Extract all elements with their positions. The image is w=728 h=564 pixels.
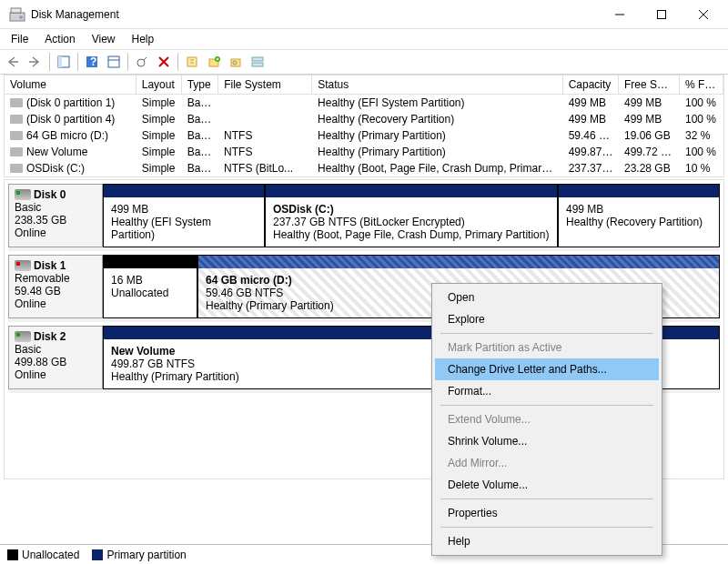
col-volume[interactable]: Volume [5, 76, 136, 94]
partition[interactable]: 16 MBUnallocated [103, 255, 197, 318]
menu-separator [440, 527, 653, 528]
table-row[interactable]: New VolumeSimpleBasicNTFSHealthy (Primar… [5, 144, 723, 160]
settings-button[interactable] [182, 52, 202, 72]
disk-row: Disk 0Basic238.35 GBOnline499 MBHealthy … [8, 184, 720, 251]
volumes-button[interactable] [226, 52, 246, 72]
toolbar-separator [177, 53, 178, 71]
menu-help[interactable]: Help [125, 31, 162, 47]
disk-icon [15, 331, 31, 342]
menu-item[interactable]: Change Drive Letter and Paths... [435, 358, 659, 380]
table-row[interactable]: (Disk 0 partition 1)SimpleBasicHealthy (… [5, 95, 723, 111]
back-button[interactable] [4, 52, 24, 72]
volume-icon [10, 164, 23, 173]
menu-item: Add Mirror... [435, 452, 659, 474]
volume-icon [10, 115, 23, 124]
menu-separator [440, 333, 653, 334]
menu-separator [440, 499, 653, 499]
col-filesystem[interactable]: File System [218, 76, 312, 94]
app-icon [9, 6, 25, 23]
menu-item[interactable]: Format... [435, 380, 659, 402]
menu-item: Mark Partition as Active [435, 337, 659, 358]
legend-primary: Primary partition [92, 549, 186, 561]
partition[interactable]: OSDisk (C:)237.37 GB NTFS (BitLocker Enc… [265, 184, 558, 247]
svg-point-13 [137, 59, 145, 66]
menu-bar: File Action View Help [0, 29, 728, 49]
new-volume-button[interactable] [204, 52, 224, 72]
delete-button[interactable] [154, 52, 174, 72]
col-status[interactable]: Status [312, 76, 562, 94]
volume-icon [10, 131, 23, 140]
disk-header[interactable]: Disk 2Basic499.88 GBOnline [8, 326, 103, 389]
toolbar-separator [49, 53, 50, 71]
disk-header[interactable]: Disk 0Basic238.35 GBOnline [8, 184, 103, 247]
help-button[interactable]: ? [82, 52, 102, 72]
menu-item[interactable]: Help [435, 530, 659, 552]
col-type[interactable]: Type [182, 76, 218, 94]
menu-item[interactable]: Shrink Volume... [435, 430, 659, 452]
menu-action[interactable]: Action [37, 31, 82, 47]
menu-view[interactable]: View [85, 31, 123, 47]
menu-item[interactable]: Open [435, 287, 659, 308]
disk-icon [15, 260, 31, 271]
volume-icon [10, 147, 23, 156]
disk-icon [15, 189, 31, 200]
svg-rect-4 [658, 10, 666, 18]
menu-file[interactable]: File [4, 31, 35, 47]
volume-icon [10, 98, 23, 107]
legend-unallocated: Unallocated [7, 549, 79, 561]
volume-grid: Volume Layout Type File System Status Ca… [4, 75, 724, 177]
toolbar: ? [0, 49, 728, 75]
table-row[interactable]: OSDisk (C:)SimpleBasicNTFS (BitLo...Heal… [5, 160, 723, 176]
menu-item[interactable]: Explore [435, 308, 659, 330]
menu-separator [440, 405, 653, 406]
toolbar-separator [77, 53, 78, 71]
maximize-button[interactable] [641, 1, 682, 28]
svg-rect-27 [252, 63, 263, 66]
properties-button[interactable] [104, 52, 124, 72]
partition[interactable]: 499 MBHealthy (Recovery Partition) [558, 184, 720, 247]
menu-item[interactable]: Delete Volume... [435, 474, 659, 496]
svg-rect-2 [11, 8, 21, 13]
minimize-button[interactable] [599, 1, 641, 28]
col-layout[interactable]: Layout [136, 76, 182, 94]
table-row[interactable]: 64 GB micro (D:)SimpleBasicNTFSHealthy (… [5, 127, 723, 144]
window-title: Disk Management [31, 8, 599, 21]
svg-point-1 [19, 15, 23, 19]
svg-rect-26 [252, 57, 263, 61]
context-menu: OpenExploreMark Partition as ActiveChang… [431, 283, 662, 556]
svg-rect-8 [58, 56, 62, 67]
svg-text:?: ? [90, 55, 96, 68]
refresh-button[interactable] [132, 52, 152, 72]
table-row[interactable]: (Disk 0 partition 4)SimpleBasicHealthy (… [5, 111, 723, 127]
close-button[interactable] [682, 1, 724, 28]
grid-header: Volume Layout Type File System Status Ca… [5, 76, 723, 95]
menu-item: Extend Volume... [435, 408, 659, 430]
partition[interactable]: 499 MBHealthy (EFI System Partition) [103, 184, 265, 247]
col-free[interactable]: Free Space [619, 76, 680, 94]
svg-rect-17 [187, 57, 197, 66]
menu-item[interactable]: Properties [435, 502, 659, 524]
svg-line-14 [144, 57, 147, 60]
toolbar-separator [127, 53, 128, 71]
col-capacity[interactable]: Capacity [563, 76, 619, 94]
show-hide-tree-button[interactable] [54, 52, 74, 72]
col-pctfree[interactable]: % Free [680, 76, 723, 94]
layout-button[interactable] [248, 52, 268, 72]
svg-rect-11 [108, 56, 119, 67]
title-bar: Disk Management [0, 0, 728, 29]
disk-header[interactable]: Disk 1Removable59.48 GBOnline [8, 255, 103, 318]
forward-button[interactable] [25, 52, 46, 72]
